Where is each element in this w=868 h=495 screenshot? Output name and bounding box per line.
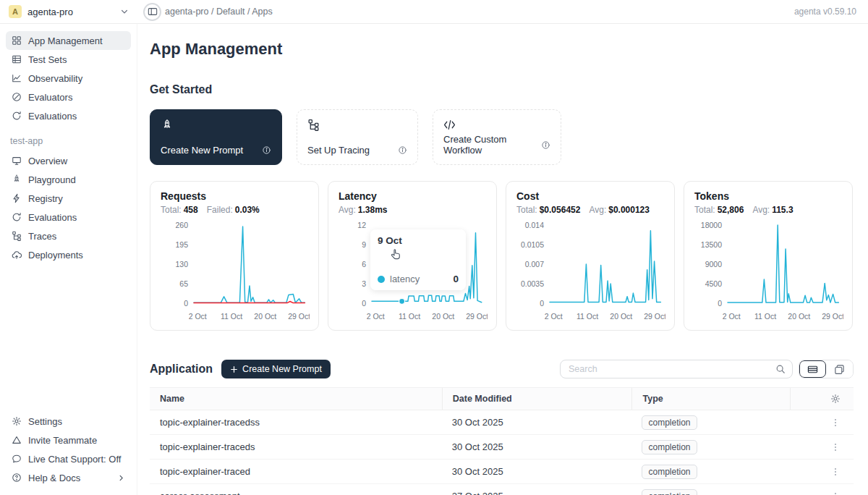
search-input[interactable] [567, 363, 775, 375]
svg-text:65: 65 [179, 279, 188, 288]
workspace-selector[interactable]: A agenta-pro [0, 5, 137, 18]
column-header-date-modified[interactable]: Date Modified [442, 388, 632, 410]
sidebar-item-invite-teammate[interactable]: Invite Teammate [6, 431, 131, 449]
create-new-prompt-card[interactable]: Create New Prompt [150, 109, 282, 165]
svg-text:0: 0 [540, 299, 544, 308]
sidebar-item-settings[interactable]: Settings [6, 412, 131, 431]
get-started-title: Get Started [150, 83, 854, 96]
partition-icon [12, 231, 22, 241]
chart-canvas: 0651301952602 Oct11 Oct20 Oct29 Oct [161, 218, 310, 326]
metric-card-latency: Latency Avg:1.38ms 0369122 Oct11 Oct20 O… [328, 181, 497, 331]
desktop-icon [12, 156, 22, 166]
info-icon[interactable] [398, 145, 407, 155]
top-bar: A agenta-pro agenta-pro / Default / Apps… [0, 0, 868, 24]
help-icon [12, 473, 22, 483]
app-date-modified: 30 Oct 2025 [442, 460, 632, 483]
cost-chart: 00.00350.0070.01050.0142 Oct11 Oct20 Oct… [516, 218, 664, 326]
table-row[interactable]: topic-explainer-tracedss 30 Oct 2025 com… [150, 410, 854, 435]
svg-text:3: 3 [362, 279, 366, 288]
sidebar-item-overview[interactable]: Overview [6, 151, 131, 170]
gear-icon[interactable] [830, 394, 841, 404]
info-icon[interactable] [262, 145, 271, 155]
sidebar-item-traces[interactable]: Traces [6, 227, 131, 245]
svg-text:20 Oct: 20 Oct [610, 312, 632, 321]
sidebar-item-registry[interactable]: Registry [6, 189, 131, 208]
sidebar-item-label: App Management [28, 35, 103, 46]
set-up-tracing-card[interactable]: Set Up Tracing [297, 109, 418, 165]
metric-card-requests: Requests Total:458 Failed:0.03% 06513019… [150, 181, 319, 331]
create-new-prompt-button[interactable]: Create New Prompt [221, 360, 331, 378]
sidebar-item-evaluators[interactable]: Evaluators [6, 88, 131, 106]
svg-text:29 Oct: 29 Oct [466, 312, 488, 321]
application-header: Application Create New Prompt [150, 360, 854, 378]
sidebar-item-app-management[interactable]: App Management [6, 31, 131, 50]
table-row[interactable]: topic-explainer-traced 30 Oct 2025 compl… [150, 460, 854, 484]
table-row[interactable]: topic-explainer-traceds 30 Oct 2025 comp… [150, 435, 854, 460]
metrics-row: Requests Total:458 Failed:0.03% 06513019… [150, 181, 854, 331]
sidebar-toggle-button[interactable] [143, 3, 161, 21]
app-name: topic-explainer-traceds [150, 435, 442, 459]
create-custom-workflow-card[interactable]: Create Custom Workflow [433, 109, 561, 165]
sidebar-item-label: Deployments [28, 250, 83, 261]
type-badge: completion [642, 465, 697, 479]
svg-text:0.014: 0.014 [525, 221, 544, 229]
more-actions-icon[interactable] [830, 418, 841, 428]
app-window: A agenta-pro agenta-pro / Default / Apps… [0, 0, 868, 495]
page-title: App Management [150, 40, 854, 59]
tooltip-date: 9 Oct [378, 235, 459, 246]
type-badge: completion [642, 489, 697, 495]
redo-icon [12, 212, 22, 222]
more-actions-icon[interactable] [830, 491, 841, 495]
svg-text:0.0035: 0.0035 [521, 279, 544, 288]
sidebar-item-evaluations-project[interactable]: Evaluations [6, 208, 131, 227]
svg-text:4500: 4500 [705, 279, 723, 288]
more-actions-icon[interactable] [830, 442, 841, 452]
requests-chart: 0651301952602 Oct11 Oct20 Oct29 Oct [161, 218, 308, 326]
sidebar-item-label: Invite Teammate [28, 435, 97, 446]
project-group-label: test-app [6, 125, 131, 151]
svg-text:20 Oct: 20 Oct [432, 312, 454, 321]
tokens-chart: 04500900013500180002 Oct11 Oct20 Oct29 O… [694, 218, 842, 326]
sidebar-item-test-sets[interactable]: Test Sets [6, 50, 131, 69]
svg-text:13500: 13500 [701, 240, 722, 249]
workspace-avatar: A [9, 5, 22, 18]
svg-text:6: 6 [362, 260, 366, 268]
svg-text:29 Oct: 29 Oct [644, 312, 665, 321]
sidebar-item-label: Evaluations [28, 212, 77, 223]
metric-card-tokens: Tokens Total:52,806 Avg:115.3 0450090001… [684, 181, 853, 331]
redo-icon [12, 111, 22, 121]
search-icon[interactable] [775, 364, 786, 374]
sidebar-item-deployments[interactable]: Deployments [6, 245, 131, 264]
app-name: career-assessment [150, 484, 442, 495]
sidebar-item-playground[interactable]: Playground [6, 170, 131, 189]
svg-text:2 Oct: 2 Oct [189, 312, 207, 321]
legend-dot [378, 276, 385, 283]
cloud-icon [12, 250, 22, 260]
svg-text:130: 130 [175, 260, 188, 268]
sidebar-item-help-docs[interactable]: Help & Docs [6, 468, 131, 487]
more-actions-icon[interactable] [830, 467, 841, 477]
svg-text:2 Oct: 2 Oct [367, 312, 385, 321]
table-view-button[interactable] [799, 360, 826, 378]
chevron-down-icon [120, 7, 129, 16]
chart-canvas: 00.00350.0070.01050.0142 Oct11 Oct20 Oct… [516, 218, 665, 326]
breadcrumb[interactable]: agenta-pro / Default / Apps [165, 7, 273, 17]
line-chart-icon [12, 73, 22, 83]
chart-canvas: 04500900013500180002 Oct11 Oct20 Oct29 O… [694, 218, 843, 326]
sidebar-item-live-chat[interactable]: Live Chat Support: Off [6, 449, 131, 468]
svg-text:11 Oct: 11 Oct [221, 312, 242, 321]
sidebar-item-label: Evaluators [28, 92, 72, 103]
chart-tooltip: 9 Oct latency 0 [370, 229, 466, 290]
plus-icon [230, 365, 238, 373]
info-icon[interactable] [541, 140, 550, 150]
svg-text:20 Oct: 20 Oct [788, 312, 810, 321]
sidebar-item-evaluations[interactable]: Evaluations [6, 106, 131, 125]
sidebar-item-observability[interactable]: Observability [6, 69, 131, 88]
sidebar-item-label: Live Chat Support: Off [28, 454, 121, 465]
card-view-button[interactable] [826, 360, 853, 378]
column-header-name[interactable]: Name [150, 388, 442, 410]
svg-text:260: 260 [175, 221, 188, 229]
table-row[interactable]: career-assessment 27 Oct 2025 completion [150, 484, 854, 495]
column-header-type[interactable]: Type [631, 388, 790, 410]
sidebar-item-label: Help & Docs [28, 473, 80, 483]
